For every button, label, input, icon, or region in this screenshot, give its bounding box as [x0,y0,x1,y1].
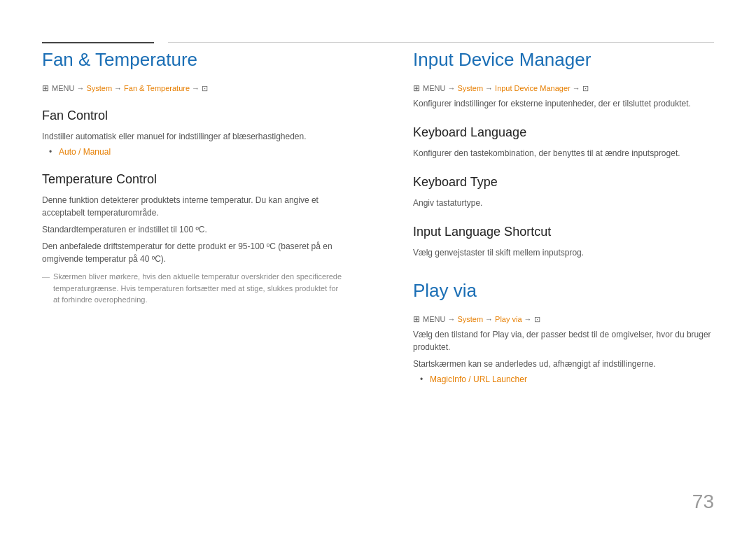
right-breadcrumb-prefix: MENU [423,84,445,92]
play-via-arrow1: → [447,315,455,323]
left-column: Fan & Temperature ⊞ MENU → System → Fan … [42,49,357,386]
play-via-title: Play via [413,280,714,302]
keyboard-lang-desc: Konfigurer den tastekombination, der ben… [413,147,714,160]
left-crumb-system: System [86,84,112,92]
play-via-crumb-system: System [457,315,483,323]
input-lang-shortcut-title: Input Language Shortcut [413,225,714,239]
temp-control-title: Temperature Control [42,172,343,187]
left-breadcrumb-prefix: MENU [52,84,74,92]
temp-control-desc2: Standardtemperaturen er indstillet til 1… [42,223,343,236]
left-nav-icon: ⊡ [202,84,208,93]
left-crumb-fan: Fan & Temperature [124,84,190,92]
play-via-prefix: MENU [423,315,445,323]
right-section-title: Input Device Manager [413,49,714,71]
fan-control-bullets: Auto / Manual [42,147,343,157]
play-via-bullet-1: MagicInfo / URL Launcher [420,374,714,384]
right-arrow2: → [485,84,493,92]
left-section-title: Fan & Temperature [42,49,343,71]
fan-control-bullet-1: Auto / Manual [49,147,343,157]
page-container: Fan & Temperature ⊞ MENU → System → Fan … [0,0,756,534]
temp-control-desc3: Den anbefalede driftstemperatur for dett… [42,240,343,265]
temp-control-note: Skærmen bliver mørkere, hvis den aktuell… [42,271,343,306]
right-arrow3: → [573,84,580,92]
play-via-desc2: Startskærmen kan se anderledes ud, afhæn… [413,358,714,370]
play-via-desc1: Vælg den tilstand for Play via, der pass… [413,328,714,353]
two-column-layout: Fan & Temperature ⊞ MENU → System → Fan … [42,0,714,386]
input-lang-shortcut-desc: Vælg genvejstaster til skift mellem inpu… [413,246,714,259]
page-number: 73 [692,491,714,513]
temp-control-desc1: Denne funktion detekterer produktets int… [42,194,343,219]
right-menu-icon: ⊞ [413,83,420,93]
keyboard-type-desc: Angiv tastaturtype. [413,197,714,209]
top-divider-left [42,42,154,43]
right-breadcrumb: ⊞ MENU → System → Input Device Manager →… [413,83,714,93]
right-crumb-idm: Input Device Manager [495,84,570,92]
left-arrow3: → [192,84,200,92]
play-via-arrow3: → [524,315,532,323]
top-divider-right [168,42,714,43]
play-via-arrow2: → [485,315,493,323]
left-arrow1: → [76,84,84,92]
play-via-menu-icon: ⊞ [413,314,420,324]
fan-control-link: Auto / Manual [59,147,111,157]
fan-control-title: Fan Control [42,108,343,123]
menu-icon: ⊞ [42,83,49,93]
play-via-breadcrumb: ⊞ MENU → System → Play via → ⊡ [413,314,714,324]
fan-control-desc: Indstiller automatisk eller manuel for i… [42,130,343,143]
play-via-link-inline: Play via [492,330,522,339]
right-crumb-system: System [457,84,483,92]
left-arrow2: → [114,84,122,92]
keyboard-type-title: Keyboard Type [413,175,714,190]
play-via-section: Play via ⊞ MENU → System → Play via → ⊡ … [413,280,714,384]
right-intro: Konfigurer indstillinger for eksterne in… [413,97,714,110]
play-via-crumb-pv: Play via [495,315,522,323]
right-arrow1: → [447,84,455,92]
play-via-nav-icon: ⊡ [534,315,540,324]
right-column: Input Device Manager ⊞ MENU → System → I… [399,49,714,386]
keyboard-lang-title: Keyboard Language [413,125,714,140]
play-via-bullets: MagicInfo / URL Launcher [413,374,714,384]
right-nav-icon: ⊡ [582,84,589,93]
left-breadcrumb: ⊞ MENU → System → Fan & Temperature → ⊡ [42,83,343,93]
play-via-bullet-link: MagicInfo / URL Launcher [430,374,527,384]
